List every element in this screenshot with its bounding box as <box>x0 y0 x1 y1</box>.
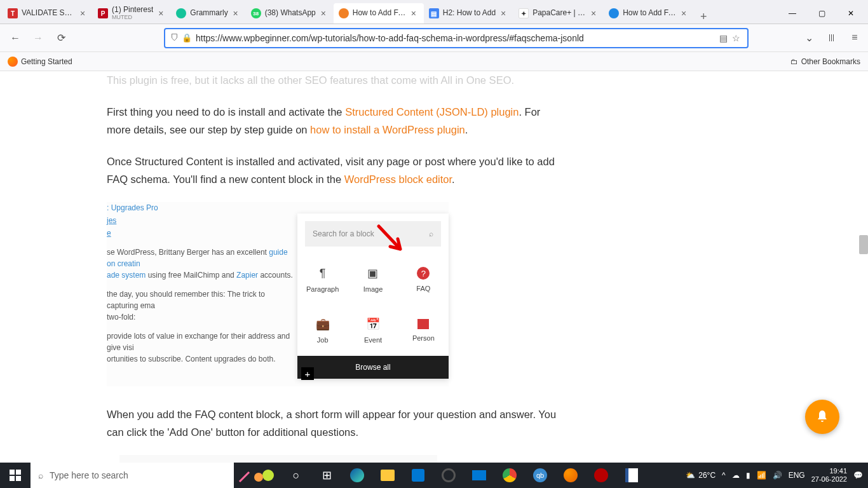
block-person[interactable]: Person <box>398 305 449 356</box>
close-icon[interactable]: × <box>78 8 88 18</box>
back-button[interactable]: ← <box>6 29 24 47</box>
word-icon[interactable] <box>616 463 647 488</box>
tab-title: PapaCare+ | Lea <box>532 9 586 17</box>
event-icon: 📅 <box>366 317 380 331</box>
close-icon[interactable]: × <box>318 8 329 18</box>
link-block-editor[interactable]: WordPress block editor <box>344 173 452 185</box>
close-icon[interactable]: × <box>588 8 599 18</box>
block-image[interactable]: ▣Image <box>348 254 398 305</box>
link-structured-content[interactable]: Structured Content (JSON-LD) plugin <box>345 106 519 118</box>
address-bar[interactable]: ⛉ 🔒 ▤ ☆ <box>164 28 749 48</box>
tab-google-docs[interactable]: ▤ H2: How to Add × <box>424 3 513 24</box>
chrome-icon[interactable] <box>494 463 525 488</box>
favicon-icon: 38 <box>251 8 261 18</box>
volume-icon[interactable]: 🔊 <box>773 471 782 480</box>
opera-2-icon[interactable] <box>586 463 616 488</box>
weather-widget[interactable]: ⛅ 26°C <box>686 471 715 480</box>
maximize-button[interactable]: ▢ <box>807 3 836 24</box>
next-screenshot-peek <box>119 455 437 463</box>
close-icon[interactable]: × <box>231 8 241 18</box>
block-faq[interactable]: ?FAQ <box>398 254 449 305</box>
close-window-button[interactable]: ✕ <box>836 3 865 24</box>
windows-taskbar: ⌕ Type here to search ○ ⊞ qb ⛅ 26°C ^ ☁ … <box>0 463 868 488</box>
tab-grammarly[interactable]: Grammarly × <box>171 3 245 24</box>
reader-mode-icon[interactable]: ▤ <box>717 33 729 43</box>
image-icon: ▣ <box>366 266 380 280</box>
notification-bell-button[interactable] <box>805 400 839 434</box>
taskbar-search[interactable]: ⌕ Type here to search <box>31 463 234 488</box>
shield-icon[interactable]: ⛉ <box>170 33 182 43</box>
bookmark-star-icon[interactable]: ☆ <box>729 33 742 43</box>
opera-icon[interactable] <box>433 463 464 488</box>
search-icon: ⌕ <box>38 470 43 480</box>
favicon-icon <box>176 8 186 18</box>
close-icon[interactable]: × <box>679 8 689 18</box>
block-search-field[interactable]: Search for a block ⌕ <box>305 221 441 247</box>
lock-icon[interactable]: 🔒 <box>182 33 193 43</box>
tab-wpbeginner-2[interactable]: How to Add FAC × <box>604 3 694 24</box>
bookmarks-bar: Getting Started 🗀 Other Bookmarks <box>0 52 868 71</box>
battery-icon[interactable]: ▮ <box>746 471 750 480</box>
tab-title: Grammarly <box>190 9 227 17</box>
file-explorer-icon[interactable] <box>372 463 403 488</box>
menu-icon[interactable]: ≡ <box>848 32 862 44</box>
pocket-icon[interactable]: ⌄ <box>802 32 816 44</box>
paragraph: When you add the FAQ content block, a sh… <box>107 405 564 441</box>
favicon-icon: P <box>98 8 108 18</box>
qbittorrent-icon[interactable]: qb <box>525 463 555 488</box>
tab-title: (1) Pinterest MUTED <box>112 6 153 20</box>
tab-whatsapp[interactable]: 38 (38) WhatsApp × <box>246 3 334 24</box>
bookmark-getting-started[interactable]: Getting Started <box>8 57 72 67</box>
reload-button[interactable]: ⟳ <box>52 29 70 47</box>
forward-button[interactable]: → <box>29 29 47 47</box>
favicon-icon <box>339 8 349 18</box>
block-paragraph[interactable]: ¶Paragraph <box>297 254 348 305</box>
add-block-button[interactable]: + <box>301 367 314 380</box>
tab-wpbeginner-active[interactable]: How to Add FAC × <box>334 3 424 24</box>
language-indicator[interactable]: ENG <box>789 471 805 480</box>
cortana-icon[interactable]: ○ <box>281 463 311 488</box>
minimize-button[interactable]: — <box>778 3 807 24</box>
tab-pinterest[interactable]: P (1) Pinterest MUTED × <box>93 3 171 24</box>
close-icon[interactable]: × <box>498 8 508 18</box>
clock[interactable]: 19:41 27-06-2022 <box>811 467 847 484</box>
scrollbar-thumb[interactable] <box>859 235 868 254</box>
library-icon[interactable]: ⫼ <box>825 32 839 44</box>
close-icon[interactable]: × <box>156 8 166 18</box>
embedded-screenshot: : Upgrades Pro jes e se WordPress, Britt… <box>107 202 449 386</box>
job-icon: 💼 <box>316 317 330 331</box>
block-job[interactable]: 💼Job <box>297 305 348 356</box>
page-viewport[interactable]: This plugin is free, but it lacks all th… <box>0 71 868 463</box>
link-install-plugin[interactable]: how to install a WordPress plugin <box>310 124 465 135</box>
tray-chevron-icon[interactable]: ^ <box>722 471 726 480</box>
other-bookmarks-button[interactable]: 🗀 Other Bookmarks <box>790 57 860 66</box>
person-icon <box>417 319 429 329</box>
svg-rect-2 <box>10 476 15 481</box>
tab-papacare[interactable]: ✦ PapaCare+ | Lea × <box>513 3 604 24</box>
new-tab-button[interactable]: + <box>694 10 713 24</box>
onedrive-icon[interactable]: ☁ <box>732 471 740 480</box>
edge-icon[interactable] <box>342 463 372 488</box>
window-controls: — ▢ ✕ <box>778 3 865 24</box>
search-icon: ⌕ <box>429 229 433 238</box>
task-view-icon[interactable]: ⊞ <box>311 463 342 488</box>
svg-rect-3 <box>16 476 21 481</box>
search-placeholder: Search for a block <box>313 229 374 238</box>
weather-temp: 26°C <box>698 471 715 480</box>
close-icon[interactable]: × <box>409 8 419 18</box>
article-content: This plugin is free, but it lacks all th… <box>107 71 564 463</box>
tab-validate[interactable]: T VALIDATE Synon × <box>3 3 93 24</box>
block-event[interactable]: 📅Event <box>348 305 398 356</box>
paragraph-icon: ¶ <box>316 266 330 280</box>
firefox-icon[interactable] <box>555 463 586 488</box>
browse-all-button[interactable]: Browse all <box>297 356 449 379</box>
store-icon[interactable] <box>403 463 433 488</box>
folder-icon: 🗀 <box>790 57 798 66</box>
notifications-icon[interactable]: 💬 <box>853 471 863 480</box>
url-input[interactable] <box>193 33 717 43</box>
mail-icon[interactable] <box>464 463 494 488</box>
wifi-icon[interactable]: 📶 <box>757 471 766 480</box>
start-button[interactable] <box>0 463 31 488</box>
windows-icon <box>10 470 21 481</box>
favicon-icon: ✦ <box>519 8 529 18</box>
